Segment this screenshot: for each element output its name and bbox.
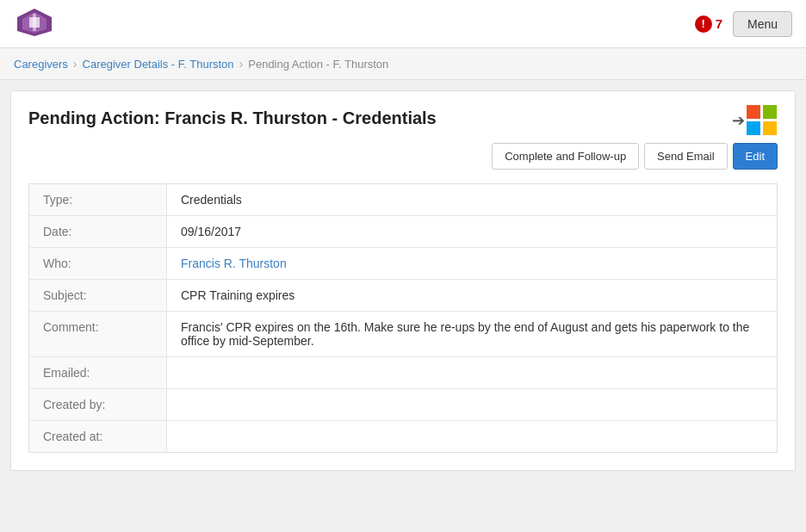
value-subject: CPR Training expires xyxy=(167,280,778,312)
detail-table: Type: Credentials Date: 09/16/2017 Who: … xyxy=(28,183,778,453)
who-link[interactable]: Francis R. Thurston xyxy=(181,257,287,270)
send-email-button[interactable]: Send Email xyxy=(644,143,727,170)
value-emailed xyxy=(167,357,778,389)
value-created-at xyxy=(167,421,778,453)
header: ! 7 Menu xyxy=(0,0,806,48)
ms-logo xyxy=(747,105,778,136)
value-created-by xyxy=(167,389,778,421)
breadcrumb-current: Pending Action - F. Thurston xyxy=(248,58,388,71)
label-who: Who: xyxy=(29,248,167,280)
label-subject: Subject: xyxy=(29,280,167,312)
table-row: Comment: Francis' CPR expires on the 16t… xyxy=(29,312,778,357)
title-right: ➔ Complete and Follow-up Send Email Edit xyxy=(492,105,778,170)
complete-followup-button[interactable]: Complete and Follow-up xyxy=(492,143,639,170)
value-comment: Francis' CPR expires on the 16th. Make s… xyxy=(167,312,778,357)
label-emailed: Emailed: xyxy=(29,357,167,389)
alert-icon: ! xyxy=(695,15,712,33)
value-date: 09/16/2017 xyxy=(167,216,778,248)
alert-badge[interactable]: ! 7 xyxy=(695,15,722,33)
page-title: Pending Action: Francis R. Thurston - Cr… xyxy=(28,108,437,128)
label-comment: Comment: xyxy=(29,312,167,357)
ms-red-square xyxy=(747,105,760,119)
breadcrumb-caregiver-details[interactable]: Caregiver Details - F. Thurston xyxy=(83,58,234,71)
edit-button[interactable]: Edit xyxy=(733,143,778,170)
breadcrumb-sep-1: › xyxy=(73,57,78,71)
value-who: Francis R. Thurston xyxy=(167,248,778,280)
table-row: Created by: xyxy=(29,389,778,421)
table-row: Type: Credentials xyxy=(29,184,778,216)
alert-count: 7 xyxy=(716,16,722,31)
main-content: Pending Action: Francis R. Thurston - Cr… xyxy=(10,90,796,471)
value-type: Credentials xyxy=(167,184,778,216)
logo xyxy=(14,5,55,42)
label-created-by: Created by: xyxy=(29,389,167,421)
label-type: Type: xyxy=(29,184,167,216)
table-row: Emailed: xyxy=(29,357,778,389)
ms-green-square xyxy=(763,105,777,119)
svg-marker-3 xyxy=(33,14,36,31)
breadcrumb: Caregivers › Caregiver Details - F. Thur… xyxy=(0,48,806,80)
ms-blue-square xyxy=(747,121,760,135)
title-row: Pending Action: Francis R. Thurston - Cr… xyxy=(28,105,778,170)
table-row: Who: Francis R. Thurston xyxy=(29,248,778,280)
action-buttons: Complete and Follow-up Send Email Edit xyxy=(492,143,778,170)
menu-button[interactable]: Menu xyxy=(733,11,792,37)
label-date: Date: xyxy=(29,216,167,248)
ms-arrow-icon: ➔ xyxy=(732,111,745,130)
table-row: Subject: CPR Training expires xyxy=(29,280,778,312)
breadcrumb-sep-2: › xyxy=(239,57,244,71)
ms-yellow-square xyxy=(763,121,777,135)
table-row: Created at: xyxy=(29,421,778,453)
table-row: Date: 09/16/2017 xyxy=(29,216,778,248)
breadcrumb-caregivers[interactable]: Caregivers xyxy=(14,58,68,71)
header-right: ! 7 Menu xyxy=(695,11,792,37)
label-created-at: Created at: xyxy=(29,421,167,453)
